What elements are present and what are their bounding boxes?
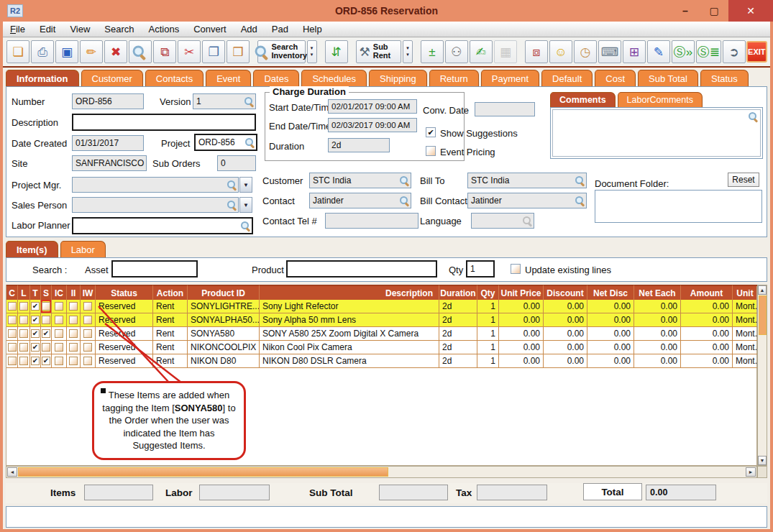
bill-to-lookup-icon[interactable] [575,175,585,185]
sales-person-lookup-icon[interactable] [227,200,237,210]
cut-icon[interactable]: ✂ [178,40,201,63]
save-icon[interactable]: ▣ [55,40,78,63]
maximize-button[interactable]: ▢ [700,0,728,22]
availability-icon[interactable]: ⚇ [445,40,468,63]
sales-person-field[interactable] [72,197,239,213]
ic-checkbox[interactable] [55,329,63,338]
l-checkbox[interactable] [19,357,28,365]
tab-customer[interactable]: Customer [81,70,143,86]
c-checkbox[interactable] [8,329,17,338]
version-field[interactable]: 1 [193,93,256,109]
column-header-net-each[interactable]: Net Each [634,285,681,300]
menu-item-pad[interactable]: Pad [265,24,296,35]
column-header-action[interactable]: Action [153,285,188,300]
keyboard-icon[interactable]: ⌨ [598,40,621,63]
column-header-description[interactable]: Description [260,285,439,300]
menu-item-actions[interactable]: Actions [142,24,187,35]
tab-dates[interactable]: Dates [253,70,299,86]
iw-checkbox[interactable] [83,357,92,365]
sub-rent-dropdown[interactable]: ▼ ▼ [403,40,413,63]
ic-checkbox[interactable] [55,302,63,311]
exit-button[interactable]: EXIT [746,41,767,63]
truck-icon[interactable]: ➲ [723,40,746,63]
tab-contacts[interactable]: Contacts [145,70,203,86]
grid-vertical-scrollbar[interactable]: ▲ ▼ [757,285,767,466]
tab-labor[interactable]: Labor [60,241,106,257]
ii-checkbox[interactable] [69,316,78,324]
project-mgr-lookup-icon[interactable] [227,180,237,190]
project-mgr-dropdown[interactable]: ▼ [239,177,252,193]
grid-row[interactable]: ✔ReservedRentNIKONCOOLPIXNikon Cool Pix … [6,341,756,354]
t-checkbox[interactable]: ✔ [31,316,40,324]
ii-checkbox[interactable] [69,343,78,352]
menu-item-edit[interactable]: Edit [32,24,63,35]
org-chart-icon[interactable]: ⧈ [525,40,548,63]
t-checkbox[interactable]: ✔ [31,302,40,311]
c-checkbox[interactable] [8,316,17,324]
contact-field[interactable]: Jatinder [309,193,411,208]
project-lookup-icon[interactable] [244,137,255,147]
contact-lookup-icon[interactable] [399,196,409,206]
s-checkbox[interactable] [42,343,50,352]
ic-checkbox[interactable] [55,343,63,352]
edit-note-icon[interactable]: ✎ [647,40,670,63]
column-header-c[interactable]: C [6,285,18,300]
grid-row[interactable]: ✔ReservedRentSONYLIGHTRE...Sony Light Re… [6,300,756,313]
column-header-s[interactable]: S [41,285,52,300]
search-inventory-dropdown[interactable]: ▼ ▼ [307,40,317,63]
menu-item-add[interactable]: Add [234,24,265,35]
tab-status[interactable]: Status [700,70,749,86]
menu-item-view[interactable]: View [63,24,97,35]
l-checkbox[interactable] [19,302,28,311]
customer-lookup-icon[interactable] [399,175,409,185]
asset-input[interactable] [111,260,198,278]
minimize-button[interactable]: – [671,0,700,22]
tab-event[interactable]: Event [206,70,251,86]
cubes-icon[interactable]: ⊞ [623,40,646,63]
document-folder-textarea[interactable] [595,190,762,223]
event-pricing-checkbox[interactable] [426,146,436,156]
scroll-down-button[interactable]: ▼ [758,456,767,465]
s-checkbox[interactable] [42,316,50,324]
paste-icon[interactable]: ❒ [227,40,250,63]
grid-row[interactable]: ✔✔ReservedRentSONYA580SONY A580 25X Zoom… [6,327,756,341]
c-checkbox[interactable] [8,343,17,352]
sales-person-dropdown[interactable]: ▼ [239,197,252,213]
customer-field[interactable]: STC India [309,173,411,188]
t-checkbox[interactable]: ✔ [31,329,40,338]
iw-checkbox[interactable] [83,302,92,311]
update-existing-checkbox[interactable] [511,264,521,274]
column-header-ii[interactable]: II [67,285,81,300]
column-header-status[interactable]: Status [96,285,153,300]
tab-item-s[interactable]: Item(s) [6,241,58,257]
find-icon[interactable] [129,40,152,63]
bill-contact-field[interactable]: Jatinder [467,193,587,208]
scroll-right-button[interactable]: ► [746,467,756,477]
labor-planner-lookup-icon[interactable] [240,221,250,231]
tab-shipping[interactable]: Shipping [369,70,427,86]
smiley-icon[interactable]: ☺ [549,40,572,63]
tab-return[interactable]: Return [429,70,479,86]
menu-item-convert[interactable]: Convert [186,24,234,35]
column-header-amount[interactable]: Amount [681,285,733,300]
tab-information[interactable]: Information [6,70,79,86]
tab-laborcomments[interactable]: LaborComments [618,92,703,107]
add-line-icon[interactable]: ± [421,40,444,63]
column-header-unit[interactable]: Unit [733,285,758,300]
column-header-qty[interactable]: Qty [477,285,499,300]
iw-checkbox[interactable] [83,329,92,338]
column-header-duration[interactable]: Duration [439,285,477,300]
ii-checkbox[interactable] [69,302,78,311]
s-checkbox[interactable]: ✔ [42,357,50,365]
scroll-up-button[interactable]: ▲ [758,285,767,295]
column-header-ic[interactable]: IC [52,285,67,300]
tab-payment[interactable]: Payment [481,70,539,86]
tab-cost[interactable]: Cost [595,70,636,86]
notes-icon[interactable]: ✍ [470,40,493,63]
sub-rent-button[interactable]: ⚒Sub Rent [356,40,401,63]
qty-input[interactable] [466,260,495,278]
tab-comments[interactable]: Comments [550,92,616,107]
column-header-net-disc[interactable]: Net Disc [587,285,634,300]
ii-checkbox[interactable] [69,357,78,365]
copy-to-order-icon[interactable]: ⧉ [153,40,176,63]
